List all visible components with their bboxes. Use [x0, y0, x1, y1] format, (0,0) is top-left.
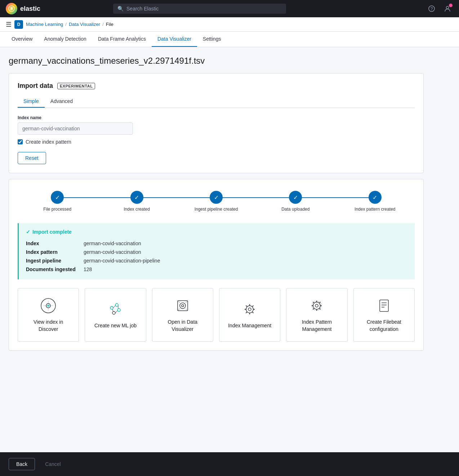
- tab-data-frame-analytics[interactable]: Data Frame Analytics: [92, 32, 152, 47]
- reset-button[interactable]: Reset: [18, 152, 46, 164]
- hamburger-menu[interactable]: ☰: [6, 21, 12, 28]
- svg-line-15: [112, 309, 113, 311]
- create-index-pattern-checkbox[interactable]: [18, 139, 23, 144]
- search-bar[interactable]: 🔍 Search Elastic: [113, 4, 286, 14]
- svg-line-25: [246, 305, 247, 306]
- import-value-index-pattern: german-covid-vaccination: [84, 248, 407, 256]
- import-key-index-pattern: Index pattern: [26, 248, 84, 256]
- svg-point-39: [312, 301, 321, 310]
- filebeat-icon: [375, 297, 393, 314]
- import-key-index: Index: [26, 239, 84, 248]
- import-row-index-pattern: Index pattern german-covid-vaccination: [26, 248, 407, 256]
- step-file-processed: ✓ File processed: [18, 191, 97, 212]
- breadcrumb-sep-2: /: [102, 22, 104, 27]
- svg-point-18: [182, 305, 184, 307]
- breadcrumb-sep-1: /: [65, 22, 67, 27]
- action-card-filebeat[interactable]: Create Filebeat configuration: [353, 288, 415, 342]
- svg-line-14: [115, 311, 117, 313]
- sub-tabs: Simple Advanced: [18, 95, 415, 108]
- page-content: germany_vaccinations_timeseries_v2.29714…: [0, 47, 432, 359]
- action-label-filebeat: Create Filebeat configuration: [360, 319, 409, 333]
- index-name-input[interactable]: [18, 122, 133, 135]
- elastic-logo-icon: [6, 3, 17, 14]
- step-circle-2: ✓: [130, 191, 143, 204]
- action-label-index-pattern-management: Index Pattern Management: [292, 319, 341, 333]
- step-circle-1: ✓: [51, 191, 64, 204]
- breadcrumb-file: File: [106, 22, 113, 27]
- tab-anomaly-detection[interactable]: Anomaly Detection: [38, 32, 92, 47]
- create-index-pattern-row: Create index pattern: [18, 139, 415, 145]
- import-key-ingest-pipeline: Ingest pipeline: [26, 256, 84, 265]
- help-icon-btn[interactable]: ?: [426, 3, 437, 14]
- search-placeholder: Search Elastic: [126, 6, 159, 12]
- tab-overview[interactable]: Overview: [6, 32, 38, 47]
- action-card-data-visualizer[interactable]: Open in Data Visualizer: [152, 288, 213, 342]
- svg-rect-40: [380, 300, 388, 311]
- search-icon: 🔍: [117, 6, 124, 12]
- step-data-uploaded: ✓ Data uploaded: [256, 191, 335, 212]
- index-name-label: Index name: [18, 115, 415, 120]
- step-line-1: [57, 197, 137, 198]
- action-card-discover[interactable]: View index in Discover: [18, 288, 79, 342]
- svg-point-30: [315, 304, 318, 307]
- action-label-data-visualizer: Open in Data Visualizer: [158, 319, 207, 333]
- ml-job-icon: [107, 301, 124, 318]
- svg-point-17: [180, 303, 186, 309]
- step-line-4: [295, 197, 375, 198]
- sub-tab-advanced[interactable]: Advanced: [45, 95, 79, 108]
- index-management-icon: [241, 301, 258, 318]
- import-row-index: Index german-covid-vaccination: [26, 239, 407, 248]
- svg-point-20: [248, 308, 251, 311]
- step-label-2: Index created: [124, 207, 150, 212]
- svg-point-9: [115, 304, 118, 306]
- stepper: ✓ File processed ✓ Index created ✓ Inges…: [18, 191, 415, 212]
- user-icon-btn[interactable]: [442, 3, 453, 14]
- svg-point-2: [10, 9, 13, 10]
- tab-settings[interactable]: Settings: [197, 32, 227, 47]
- action-card-ml-job[interactable]: Create new ML job: [85, 288, 146, 342]
- step-label-4: Data uploaded: [281, 207, 309, 212]
- elastic-logo-text: elastic: [20, 5, 40, 13]
- import-value-documents: 128: [84, 265, 407, 274]
- tab-data-visualizer[interactable]: Data Visualizer: [152, 32, 197, 47]
- top-navigation: elastic 🔍 Search Elastic ?: [0, 0, 459, 17]
- experimental-badge: EXPERIMENTAL: [57, 83, 95, 89]
- action-cards: View index in Discover Create new: [18, 288, 415, 342]
- import-data-header: Import data EXPERIMENTAL: [18, 82, 415, 90]
- svg-point-11: [112, 311, 115, 314]
- svg-point-29: [313, 302, 320, 309]
- svg-line-12: [113, 306, 115, 308]
- svg-text:?: ?: [431, 6, 433, 12]
- import-data-title: Import data: [18, 82, 53, 90]
- discover-icon: [40, 297, 57, 314]
- svg-line-27: [253, 305, 254, 306]
- step-label-1: File processed: [43, 207, 71, 212]
- check-icon: ✓: [26, 229, 30, 235]
- import-value-index: german-covid-vaccination: [84, 239, 407, 248]
- import-data-card: Import data EXPERIMENTAL Simple Advanced…: [9, 73, 424, 173]
- action-card-index-management[interactable]: Index Management: [219, 288, 280, 342]
- step-index-pattern-created: ✓ Index pattern created: [335, 191, 415, 212]
- import-value-ingest-pipeline: german-covid-vaccination-pipeline: [84, 256, 407, 265]
- import-complete-title: ✓ Import complete: [26, 229, 407, 235]
- breadcrumb-data-visualizer[interactable]: Data Visualizer: [69, 22, 100, 27]
- svg-point-19: [246, 306, 253, 313]
- step-line-3: [216, 197, 295, 198]
- sub-tab-simple[interactable]: Simple: [18, 95, 45, 108]
- step-index-created: ✓ Index created: [97, 191, 176, 212]
- breadcrumb: Machine Learning / Data Visualizer / Fil…: [26, 22, 113, 27]
- action-card-index-pattern-management[interactable]: Index Pattern Management: [286, 288, 347, 342]
- index-pattern-management-icon: [308, 297, 325, 314]
- step-circle-5: ✓: [369, 191, 382, 204]
- progress-card: ✓ File processed ✓ Index created ✓ Inges…: [9, 179, 424, 351]
- data-visualizer-icon: [174, 297, 191, 314]
- import-key-documents: Documents ingested: [26, 265, 84, 274]
- user-badge: [449, 4, 453, 7]
- svg-line-26: [253, 312, 254, 313]
- elastic-logo[interactable]: elastic: [6, 3, 40, 14]
- breadcrumb-machine-learning[interactable]: Machine Learning: [26, 22, 63, 27]
- step-ingest-pipeline: ✓ Ingest pipeline created: [177, 191, 256, 212]
- step-circle-3: ✓: [210, 191, 223, 204]
- create-index-pattern-label: Create index pattern: [26, 139, 71, 145]
- import-complete-section: ✓ Import complete Index german-covid-vac…: [18, 223, 415, 279]
